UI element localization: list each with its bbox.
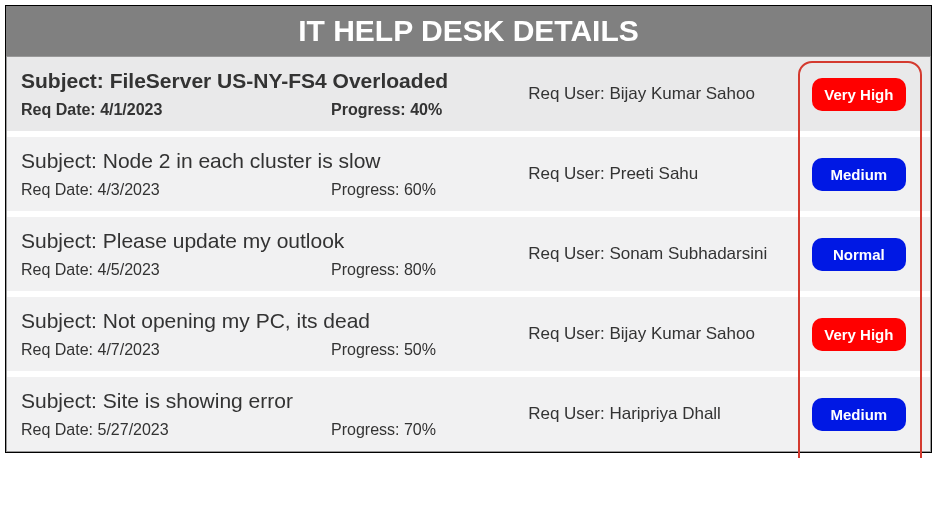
ticket-priority-cell: Very High — [802, 318, 916, 351]
ticket-priority-cell: Normal — [802, 238, 916, 271]
ticket-meta: Req Date: 4/5/2023Progress: 80% — [21, 261, 528, 279]
ticket-req-date: Req Date: 4/3/2023 — [21, 181, 331, 199]
ticket-progress: Progress: 70% — [331, 421, 436, 439]
ticket-meta: Req Date: 5/27/2023Progress: 70% — [21, 421, 528, 439]
ticket-progress: Progress: 60% — [331, 181, 436, 199]
ticket-progress: Progress: 80% — [331, 261, 436, 279]
ticket-left: Subject: Not opening my PC, its deadReq … — [21, 309, 528, 359]
ticket-priority-cell: Medium — [802, 398, 916, 431]
ticket-subject: Subject: Not opening my PC, its dead — [21, 309, 528, 333]
ticket-req-date: Req Date: 5/27/2023 — [21, 421, 331, 439]
tickets-wrapper: Subject: FileServer US-NY-FS4 Overloaded… — [6, 56, 931, 452]
ticket-left: Subject: FileServer US-NY-FS4 Overloaded… — [21, 69, 528, 119]
page-title: IT HELP DESK DETAILS — [6, 6, 931, 56]
tickets-list: Subject: FileServer US-NY-FS4 Overloaded… — [7, 57, 930, 451]
ticket-priority-cell: Very High — [802, 78, 916, 111]
ticket-subject: Subject: FileServer US-NY-FS4 Overloaded — [21, 69, 528, 93]
ticket-row[interactable]: Subject: Site is showing errorReq Date: … — [7, 377, 930, 451]
ticket-req-date: Req Date: 4/5/2023 — [21, 261, 331, 279]
priority-button[interactable]: Medium — [812, 158, 906, 191]
ticket-subject: Subject: Please update my outlook — [21, 229, 528, 253]
priority-button[interactable]: Very High — [812, 78, 906, 111]
ticket-progress: Progress: 50% — [331, 341, 436, 359]
app-container: IT HELP DESK DETAILS Subject: FileServer… — [5, 5, 932, 453]
priority-button[interactable]: Normal — [812, 238, 906, 271]
ticket-row[interactable]: Subject: Node 2 in each cluster is slowR… — [7, 137, 930, 217]
ticket-req-user: Req User: Bijay Kumar Sahoo — [528, 324, 801, 344]
ticket-row[interactable]: Subject: Please update my outlookReq Dat… — [7, 217, 930, 297]
ticket-meta: Req Date: 4/1/2023Progress: 40% — [21, 101, 528, 119]
ticket-req-user: Req User: Bijay Kumar Sahoo — [528, 84, 801, 104]
ticket-left: Subject: Please update my outlookReq Dat… — [21, 229, 528, 279]
ticket-req-user: Req User: Haripriya Dhall — [528, 404, 801, 424]
ticket-subject: Subject: Site is showing error — [21, 389, 528, 413]
ticket-row[interactable]: Subject: Not opening my PC, its deadReq … — [7, 297, 930, 377]
ticket-req-date: Req Date: 4/7/2023 — [21, 341, 331, 359]
ticket-req-date: Req Date: 4/1/2023 — [21, 101, 331, 119]
ticket-left: Subject: Node 2 in each cluster is slowR… — [21, 149, 528, 199]
ticket-req-user: Req User: Sonam Subhadarsini — [528, 244, 801, 264]
ticket-meta: Req Date: 4/7/2023Progress: 50% — [21, 341, 528, 359]
ticket-subject: Subject: Node 2 in each cluster is slow — [21, 149, 528, 173]
ticket-row[interactable]: Subject: FileServer US-NY-FS4 Overloaded… — [7, 57, 930, 137]
ticket-priority-cell: Medium — [802, 158, 916, 191]
ticket-progress: Progress: 40% — [331, 101, 442, 119]
priority-button[interactable]: Very High — [812, 318, 906, 351]
priority-button[interactable]: Medium — [812, 398, 906, 431]
ticket-meta: Req Date: 4/3/2023Progress: 60% — [21, 181, 528, 199]
ticket-req-user: Req User: Preeti Sahu — [528, 164, 801, 184]
ticket-left: Subject: Site is showing errorReq Date: … — [21, 389, 528, 439]
